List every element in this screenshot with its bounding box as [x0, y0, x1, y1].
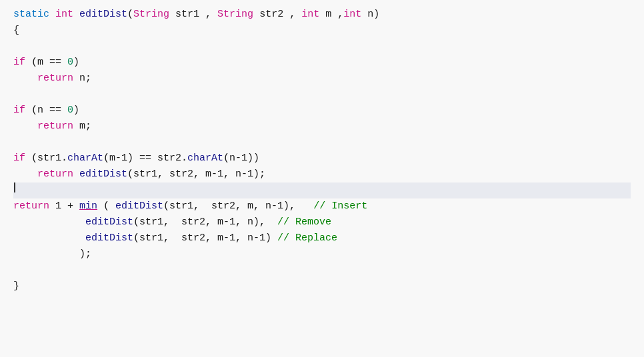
code-line-10: if (str1.charAt(m-1) == str2.charAt(n-1)… — [13, 151, 631, 167]
token-if2-close: ) — [73, 103, 79, 119]
token-return2-val: m; — [73, 119, 91, 135]
token-close-min: ); — [13, 246, 91, 262]
token-charat2: charAt — [187, 151, 223, 167]
token-min: min — [79, 198, 97, 214]
token-return3-space — [73, 167, 79, 182]
token-comment-replace: // Replace — [277, 230, 337, 246]
code-editor: static int editDist(String str1 , String… — [0, 0, 644, 357]
code-line-12 — [13, 182, 631, 198]
token-if1-close: ) — [73, 55, 79, 71]
code-line-14: editDist(str1, str2, m-1, n), // Remove — [13, 214, 631, 230]
token-static: static — [13, 7, 55, 23]
token-open-brace: { — [13, 23, 19, 39]
token-if3: if — [13, 151, 25, 167]
code-line-6 — [13, 87, 631, 103]
token-editdist5: editDist — [85, 230, 133, 246]
token-n: n) — [361, 7, 379, 23]
token-return4-1: 1 + — [49, 198, 79, 214]
code-line-17 — [13, 262, 631, 278]
code-line-15: editDist(str1, str2, m-1, n-1) // Replac… — [13, 230, 631, 246]
token-charat2-args: (n-1)) — [223, 151, 259, 167]
code-line-18: } — [13, 278, 631, 294]
code-line-5: return n; — [13, 71, 631, 87]
token-editdist5-args: (str1, str2, m-1, n-1) — [133, 230, 277, 246]
token-indent5 — [13, 230, 85, 246]
token-indent3 — [13, 167, 37, 182]
token-editdist3-args: (str1, str2, m, n-1), — [163, 198, 313, 214]
token-editdist2: editDist — [79, 167, 127, 182]
token-zero1: 0 — [67, 55, 73, 71]
token-paren: ( — [127, 7, 133, 23]
code-line-11: return editDist(str1, str2, m-1, n-1); — [13, 167, 631, 182]
token-zero2: 0 — [67, 103, 73, 119]
token-return1: return — [37, 71, 73, 87]
token-comment-remove: // Remove — [277, 214, 331, 230]
token-int3: int — [343, 7, 361, 23]
token-return3: return — [37, 167, 73, 182]
token-string1: String — [133, 7, 169, 23]
token-str2: str2 , — [253, 7, 301, 23]
token-indent1 — [13, 71, 37, 87]
code-line-16: ); — [13, 246, 631, 262]
token-editdist4: editDist — [85, 214, 133, 230]
token-int: int — [55, 7, 73, 23]
token-space — [73, 7, 79, 23]
token-indent4 — [13, 214, 85, 230]
token-if1: if — [13, 55, 25, 71]
token-int2: int — [301, 7, 319, 23]
token-return1-val: n; — [73, 71, 91, 87]
code-line-8: return m; — [13, 119, 631, 135]
token-if2-cond: (n == — [25, 103, 67, 119]
token-return2: return — [37, 119, 73, 135]
token-editdist4-args: (str1, str2, m-1, n), — [133, 214, 277, 230]
token-editdist2-args: (str1, str2, m-1, n-1); — [127, 167, 265, 182]
token-if3-open: (str1. — [25, 151, 67, 167]
code-line-2: { — [13, 23, 631, 39]
token-min-open: ( — [97, 198, 115, 214]
token-indent2 — [13, 119, 37, 135]
token-str1: str1 , — [169, 7, 217, 23]
token-if2: if — [13, 103, 25, 119]
code-line-1: static int editDist(String str1 , String… — [13, 7, 631, 23]
token-charat1-args: (m-1) == str2. — [103, 151, 187, 167]
text-cursor — [14, 182, 15, 192]
token-comment-insert: // Insert — [313, 198, 367, 214]
code-line-13: return 1 + min ( editDist(str1, str2, m,… — [13, 198, 631, 214]
token-m: m , — [319, 7, 343, 23]
code-line-3 — [13, 39, 631, 55]
token-editdist: editDist — [79, 7, 127, 23]
token-close-brace: } — [13, 278, 19, 294]
token-editdist3: editDist — [115, 198, 163, 214]
code-line-4: if (m == 0) — [13, 55, 631, 71]
code-line-7: if (n == 0) — [13, 103, 631, 119]
code-line-9 — [13, 135, 631, 151]
token-if1-cond: (m == — [25, 55, 67, 71]
token-charat1: charAt — [67, 151, 103, 167]
token-return4: return — [13, 198, 49, 214]
token-string2: String — [217, 7, 253, 23]
